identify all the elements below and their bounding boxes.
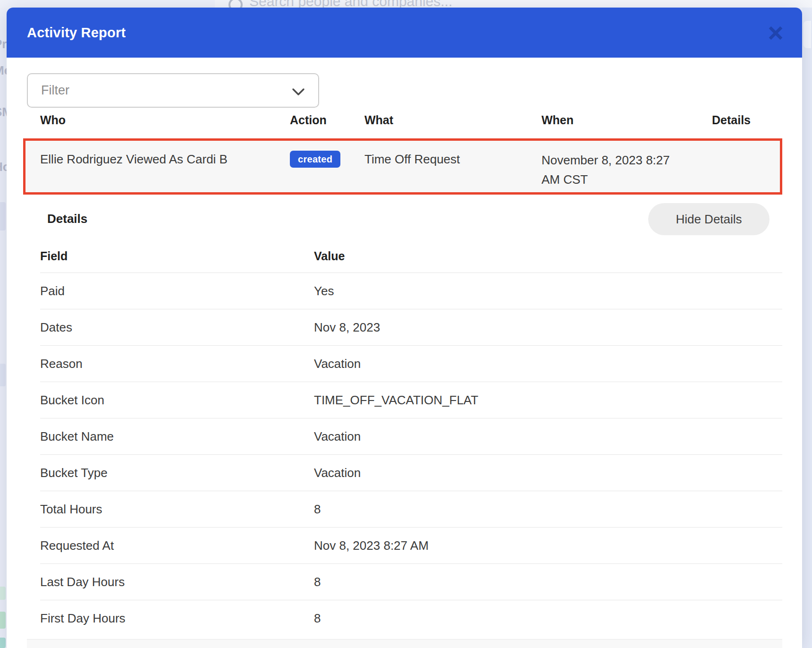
field-label: Paid: [40, 284, 314, 298]
activity-row-highlighted[interactable]: Ellie Rodriguez Viewed As Cardi B create…: [23, 138, 782, 195]
filter-placeholder: Filter: [41, 83, 69, 98]
field-label: Requested At: [40, 538, 314, 553]
activity-row-content: Ellie Rodriguez Viewed As Cardi B create…: [25, 141, 780, 189]
field-value: Vacation: [314, 466, 782, 480]
table-row: Bucket Type Vacation: [40, 454, 782, 491]
activity-what: Time Off Request: [364, 151, 541, 168]
activity-who: Ellie Rodriguez Viewed As Cardi B: [40, 151, 290, 168]
background-topbar: Search people and companies...: [0, 0, 812, 8]
background-fragment: [804, 21, 811, 48]
table-row: Requested At Nov 8, 2023 8:27 AM: [40, 527, 782, 563]
field-label: Total Hours: [40, 502, 314, 517]
column-header-details: Details: [712, 113, 782, 127]
field-value: TIME_OFF_VACATION_FLAT: [314, 393, 782, 408]
details-table-header: Field Value: [40, 239, 782, 273]
field-label: Bucket Icon: [40, 393, 314, 408]
search-placeholder-text: Search people and companies...: [249, 0, 452, 8]
filter-dropdown[interactable]: Filter: [27, 73, 319, 108]
field-label: Last Day Hours: [40, 575, 314, 589]
table-row: Last Day Hours 8: [40, 563, 782, 600]
background-left-strip: Pr Me SM Ho: [0, 8, 7, 648]
next-row-sliver: [27, 639, 782, 648]
column-header-value: Value: [314, 249, 782, 263]
action-badge: created: [290, 151, 340, 168]
activity-report-modal: Activity Report Filter Who Action What W…: [7, 8, 802, 648]
table-row: Bucket Name Vacation: [40, 418, 782, 454]
search-icon: [227, 0, 247, 8]
column-header-what: What: [364, 113, 541, 127]
field-value: 8: [314, 611, 782, 626]
column-header-when: When: [541, 113, 712, 127]
table-row: Paid Yes: [40, 273, 782, 309]
field-label: Bucket Name: [40, 429, 314, 444]
background-fragment: [0, 364, 6, 386]
column-header-who: Who: [40, 113, 290, 127]
table-row: First Day Hours 8: [40, 600, 782, 636]
background-fragment: [0, 587, 6, 600]
table-row: Total Hours 8: [40, 491, 782, 527]
background-fragment: SM: [0, 105, 7, 119]
background-right-strip: [802, 8, 812, 648]
background-fragment: Pr: [0, 37, 7, 51]
modal-header: Activity Report: [7, 8, 802, 58]
field-value: Vacation: [314, 429, 782, 444]
field-value: Vacation: [314, 357, 782, 371]
table-row: Dates Nov 8, 2023: [40, 309, 782, 345]
field-label: Reason: [40, 357, 314, 371]
background-fragment: Ho: [0, 160, 7, 174]
chevron-down-icon: [292, 88, 305, 98]
details-section-heading: Details: [47, 212, 87, 226]
field-label: First Day Hours: [40, 611, 314, 626]
modal-title: Activity Report: [27, 25, 126, 41]
details-field-value-table: Field Value Paid Yes Dates Nov 8, 2023 R…: [40, 239, 782, 636]
column-header-field: Field: [40, 249, 314, 263]
field-value: 8: [314, 502, 782, 517]
background-fragment: [0, 202, 6, 230]
background-fragment: [0, 612, 6, 629]
field-value: Yes: [314, 284, 782, 298]
column-header-action: Action: [290, 113, 364, 127]
table-row: Bucket Icon TIME_OFF_VACATION_FLAT: [40, 382, 782, 418]
background-fragment: Me: [0, 63, 7, 78]
field-label: Dates: [40, 320, 314, 335]
close-icon[interactable]: [767, 25, 784, 42]
background-fragment: [0, 638, 6, 648]
activity-table-header: Who Action What When Details: [40, 113, 782, 127]
table-row: Reason Vacation: [40, 345, 782, 382]
field-value: Nov 8, 2023 8:27 AM: [314, 538, 782, 553]
background-search-bar: Search people and companies...: [215, 0, 812, 8]
field-value: Nov 8, 2023: [314, 320, 782, 335]
field-label: Bucket Type: [40, 466, 314, 480]
activity-action-cell: created: [290, 151, 364, 168]
hide-details-button[interactable]: Hide Details: [648, 203, 770, 235]
field-value: 8: [314, 575, 782, 589]
activity-when: November 8, 2023 8:27 AM CST: [541, 151, 683, 189]
